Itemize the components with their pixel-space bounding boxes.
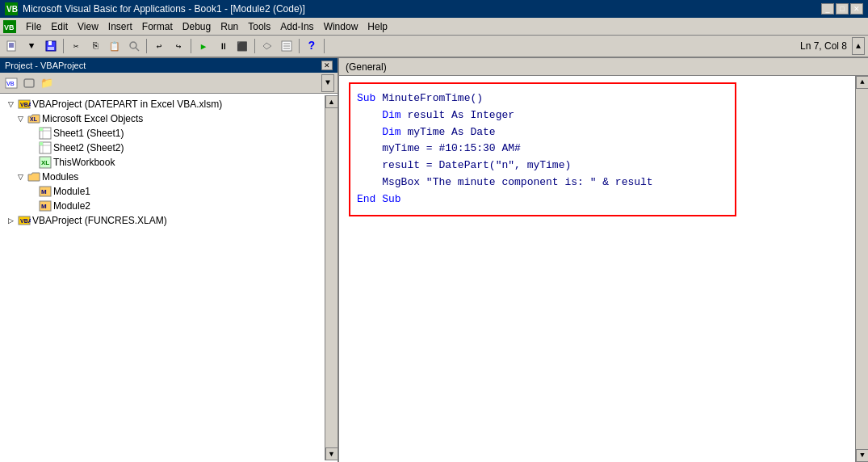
tree-panel: ▽ VBA VBAProject (DATEPART in Excel VBA.…: [0, 94, 338, 462]
menu-insert[interactable]: Insert: [103, 19, 137, 34]
maximize-button[interactable]: □: [836, 3, 849, 15]
title-bar: VB Microsoft Visual Basic for Applicatio…: [0, 0, 868, 18]
tree-label-vbaproject1: VBAProject (DATEPART in Excel VBA.xlsm): [32, 99, 222, 110]
scrollbar-down-arrow[interactable]: ▼: [325, 447, 338, 460]
project-icon-2: VBA: [18, 214, 31, 227]
folder-icon-modules: [27, 170, 40, 183]
toolbar-project-btn[interactable]: [278, 37, 296, 55]
menu-edit[interactable]: Edit: [46, 19, 73, 34]
workbook-icon: XL: [39, 156, 52, 169]
menu-format[interactable]: Format: [137, 19, 178, 34]
toolbar-run-btn[interactable]: ▶: [195, 37, 212, 55]
code-scrollbar-v: ▲ ▼: [855, 76, 868, 462]
tree-item-module2[interactable]: ▷ M Module2: [3, 199, 321, 213]
tree-item-module1[interactable]: ▷ M Module1: [3, 184, 321, 199]
project-panel-toolbar: VB 📁 ▼: [0, 73, 338, 94]
code-border: Sub MinuteFromTime() Dim result As Integ…: [349, 82, 736, 216]
svg-marker-13: [263, 43, 271, 49]
view-object-btn[interactable]: [21, 75, 37, 91]
code-line-6: MsgBox "The minute component is: " & res…: [357, 174, 728, 191]
menu-view[interactable]: View: [73, 19, 103, 34]
svg-text:VB: VB: [6, 80, 15, 87]
toolbar-break-btn[interactable]: ⏸: [214, 37, 232, 55]
tree-toggle-modules[interactable]: ▽: [15, 171, 26, 183]
code-scrollbar-up[interactable]: ▲: [856, 76, 868, 89]
toolbar-cut-btn[interactable]: ✂: [67, 37, 85, 55]
close-button[interactable]: ✕: [850, 3, 863, 15]
sheet-icon-2: [39, 141, 52, 154]
tree-toggle-vbaproject1[interactable]: ▽: [5, 99, 16, 110]
svg-rect-10: [48, 47, 54, 50]
menu-addins[interactable]: Add-Ins: [275, 19, 318, 34]
code-line-4: myTime = #10:15:30 AM#: [357, 141, 728, 158]
project-panel-close[interactable]: ✕: [321, 61, 333, 70]
toolbar-find-btn[interactable]: [125, 37, 143, 55]
code-scrollbar-track[interactable]: [856, 89, 868, 449]
tree-label-sheet1: Sheet1 (Sheet1): [53, 128, 124, 139]
toolbar-stop-btn[interactable]: ⬛: [233, 37, 251, 55]
tree-item-sheet2[interactable]: ▷ Sheet2 (Sheet2): [3, 141, 321, 155]
svg-rect-9: [48, 41, 52, 45]
menu-app-icon: VB: [3, 20, 16, 33]
svg-rect-4: [7, 41, 15, 51]
tree-item-vbaproject2[interactable]: ▷ VBA VBAProject (FUNCRES.XLAM): [3, 213, 321, 228]
menu-tools[interactable]: Tools: [243, 19, 275, 34]
toggle-folders-btn[interactable]: 📁: [39, 75, 55, 91]
tree-item-vbaproject1[interactable]: ▽ VBA VBAProject (DATEPART in Excel VBA.…: [3, 97, 321, 111]
toolbar-dropdown-btn[interactable]: ▼: [23, 37, 40, 55]
menu-debug[interactable]: Debug: [178, 19, 216, 34]
tree-label-module1: Module1: [53, 186, 90, 197]
menu-file[interactable]: File: [21, 19, 46, 34]
svg-text:XL: XL: [30, 116, 38, 122]
svg-point-11: [130, 42, 136, 48]
menu-bar: VB File Edit View Insert Format Debug Ru…: [0, 18, 868, 36]
menu-help[interactable]: Help: [363, 19, 392, 34]
view-code-btn[interactable]: VB: [3, 75, 19, 91]
tree-item-thisworkbook[interactable]: ▷ XL ThisWorkbook: [3, 155, 321, 170]
minimize-button[interactable]: _: [821, 3, 834, 15]
tree-toggle-vbaproject2[interactable]: ▷: [5, 215, 16, 226]
tree-label-module2: Module2: [53, 200, 90, 212]
toolbar-undo-btn[interactable]: ↩: [150, 37, 168, 55]
project-panel-title: Project - VBAProject: [5, 61, 86, 70]
toolbar-design-btn[interactable]: [258, 37, 276, 55]
toolbar-new-btn[interactable]: [3, 37, 21, 55]
module-icon-1: M: [39, 185, 52, 198]
toolbar-paste-btn[interactable]: 📋: [106, 37, 124, 55]
tree-label-thisworkbook: ThisWorkbook: [53, 157, 115, 168]
toolbar-save-btn[interactable]: [42, 37, 60, 55]
tree-label-sheet2: Sheet2 (Sheet2): [53, 142, 124, 153]
menu-window[interactable]: Window: [319, 19, 363, 34]
toolbar-help-btn[interactable]: ?: [303, 37, 321, 55]
toolbar-sep-4: [254, 39, 255, 53]
toolbar-sep-3: [191, 39, 191, 53]
title-bar-controls: _ □ ✕: [821, 3, 863, 15]
code-line-1: Sub MinuteFromTime(): [357, 90, 728, 107]
code-scrollbar-down[interactable]: ▼: [856, 449, 868, 462]
code-line-5: result = DatePart("n", myTime): [357, 158, 728, 174]
toolbar-redo-btn[interactable]: ↪: [170, 37, 187, 55]
toolbar-copy-btn[interactable]: ⎘: [86, 37, 104, 55]
scrollbar-track[interactable]: [325, 108, 338, 447]
svg-text:XL: XL: [41, 159, 49, 166]
tree-item-modules-folder[interactable]: ▽ Modules: [3, 170, 321, 184]
sheet-icon-1: [39, 127, 52, 140]
menu-run[interactable]: Run: [216, 19, 243, 34]
svg-text:VBA: VBA: [20, 102, 31, 107]
svg-line-12: [136, 48, 139, 51]
scrollbar-up-arrow[interactable]: ▲: [325, 95, 338, 108]
svg-text:VB: VB: [4, 23, 15, 32]
tree-item-sheet1[interactable]: ▷ Sheet1 (Sheet1): [3, 126, 321, 141]
toolbar-sep-2: [146, 39, 147, 53]
code-line-2: Dim result As Integer: [357, 107, 728, 124]
svg-text:M: M: [41, 203, 47, 210]
code-content[interactable]: Sub MinuteFromTime() Dim result As Integ…: [339, 76, 855, 462]
tree-toggle-excel-objects[interactable]: ▽: [15, 113, 26, 124]
tree-item-excel-objects[interactable]: ▽ XL Microsoft Excel Objects: [3, 111, 321, 126]
svg-text:M: M: [41, 188, 47, 195]
project-panel: Project - VBAProject ✕ VB 📁 ▼ ▽: [0, 58, 339, 462]
app-icon: VB: [5, 2, 18, 15]
project-scroll-right[interactable]: ▼: [321, 74, 334, 92]
toolbar-scroll-up[interactable]: ▲: [852, 37, 865, 55]
project-icon-1: VBA: [18, 98, 31, 111]
